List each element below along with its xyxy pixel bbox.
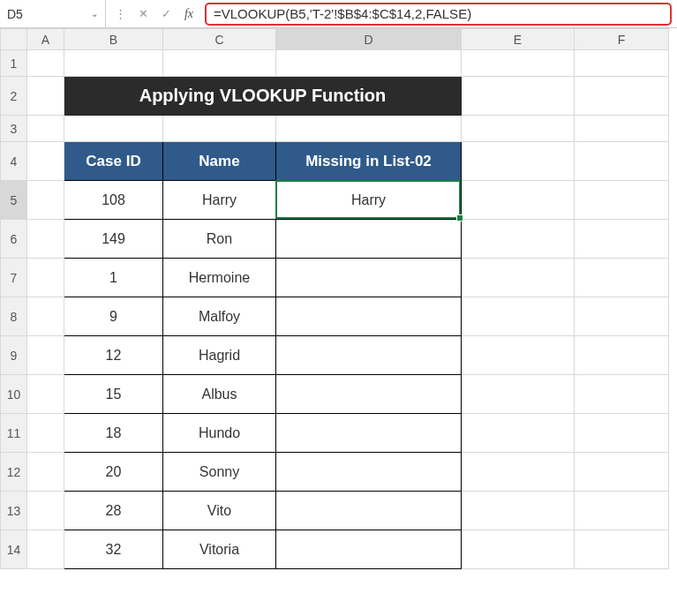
cell-name[interactable]: Vitoria: [163, 530, 276, 569]
cell-id[interactable]: 32: [64, 530, 163, 569]
cell[interactable]: [575, 220, 669, 259]
header-missing[interactable]: Missing in List-02: [276, 142, 462, 181]
cell-id[interactable]: 108: [64, 181, 163, 220]
cell[interactable]: [575, 142, 669, 181]
cell[interactable]: [27, 259, 64, 297]
cell[interactable]: [462, 336, 575, 375]
cell[interactable]: [64, 116, 163, 142]
row-header-4[interactable]: 4: [1, 142, 27, 181]
col-header-D[interactable]: D: [276, 29, 462, 50]
cell[interactable]: [575, 453, 669, 492]
cell-name[interactable]: Ron: [163, 220, 276, 259]
row-header-6[interactable]: 6: [1, 220, 27, 259]
cell-id[interactable]: 18: [64, 414, 163, 453]
cell[interactable]: [163, 50, 276, 77]
cell-id[interactable]: 1: [64, 259, 163, 297]
row-header-9[interactable]: 9: [1, 336, 27, 375]
cell-name[interactable]: Hundo: [163, 414, 276, 453]
cell[interactable]: [27, 116, 64, 142]
cell-id[interactable]: 12: [64, 336, 163, 375]
cell-missing[interactable]: [276, 492, 462, 530]
cell[interactable]: [276, 116, 462, 142]
fx-icon[interactable]: fx: [178, 4, 199, 25]
header-name[interactable]: Name: [163, 142, 276, 181]
row-header-13[interactable]: 13: [1, 492, 27, 530]
header-caseid[interactable]: Case ID: [64, 142, 163, 181]
cell[interactable]: [462, 375, 575, 414]
cell[interactable]: [575, 336, 669, 375]
cell[interactable]: [27, 453, 64, 492]
cell[interactable]: [575, 116, 669, 142]
cell-name[interactable]: Hermoine: [163, 259, 276, 297]
cell-name[interactable]: Malfoy: [163, 297, 276, 336]
cell-missing[interactable]: [276, 530, 462, 569]
cell[interactable]: [462, 297, 575, 336]
cell-name[interactable]: Albus: [163, 375, 276, 414]
cell[interactable]: [27, 220, 64, 259]
cell[interactable]: [462, 530, 575, 569]
cell[interactable]: [462, 50, 575, 77]
cell-missing[interactable]: [276, 414, 462, 453]
select-all-corner[interactable]: [1, 29, 27, 50]
cell[interactable]: [27, 414, 64, 453]
cell-missing[interactable]: [276, 297, 462, 336]
row-header-1[interactable]: 1: [1, 50, 27, 77]
cell[interactable]: [27, 375, 64, 414]
col-header-E[interactable]: E: [462, 29, 575, 50]
cell[interactable]: [462, 142, 575, 181]
cell-missing[interactable]: [276, 220, 462, 259]
cell[interactable]: [27, 336, 64, 375]
cell[interactable]: [27, 181, 64, 220]
cell[interactable]: [27, 297, 64, 336]
cell[interactable]: [462, 116, 575, 142]
cell[interactable]: [462, 259, 575, 297]
formula-input[interactable]: =VLOOKUP(B5,'T-2'!$B$4:$C$14,2,FALSE): [205, 3, 672, 26]
cell-name[interactable]: Hagrid: [163, 336, 276, 375]
cell[interactable]: [27, 77, 64, 116]
cell[interactable]: [462, 77, 575, 116]
cell[interactable]: [27, 492, 64, 530]
cell[interactable]: [575, 181, 669, 220]
cell-id[interactable]: 9: [64, 297, 163, 336]
row-header-2[interactable]: 2: [1, 77, 27, 116]
row-header-12[interactable]: 12: [1, 453, 27, 492]
row-header-14[interactable]: 14: [1, 530, 27, 569]
cell[interactable]: [575, 530, 669, 569]
cell[interactable]: [575, 50, 669, 77]
cell-missing[interactable]: [276, 375, 462, 414]
cell[interactable]: [462, 181, 575, 220]
cell[interactable]: [276, 50, 462, 77]
cell[interactable]: [462, 414, 575, 453]
cell[interactable]: [462, 492, 575, 530]
name-box[interactable]: D5 ⌄: [0, 0, 106, 27]
col-header-A[interactable]: A: [27, 29, 64, 50]
cell-id[interactable]: 15: [64, 375, 163, 414]
cell-name[interactable]: Vito: [163, 492, 276, 530]
cell[interactable]: [462, 453, 575, 492]
dropdown-icon[interactable]: ⋮: [109, 4, 131, 25]
cell-id[interactable]: 20: [64, 453, 163, 492]
cell[interactable]: [27, 50, 64, 77]
cell-id[interactable]: 28: [64, 492, 163, 530]
title-cell[interactable]: Applying VLOOKUP Function: [64, 77, 462, 116]
cell[interactable]: [575, 77, 669, 116]
cell[interactable]: [575, 492, 669, 530]
row-header-11[interactable]: 11: [1, 414, 27, 453]
cancel-icon[interactable]: ✕: [132, 4, 154, 25]
cell[interactable]: [163, 116, 276, 142]
row-header-7[interactable]: 7: [1, 259, 27, 297]
cell[interactable]: [462, 220, 575, 259]
cell-name[interactable]: Harry: [163, 181, 276, 220]
cell-id[interactable]: 149: [64, 220, 163, 259]
cell-missing[interactable]: Harry: [276, 181, 462, 220]
cell[interactable]: [575, 259, 669, 297]
cell[interactable]: [575, 414, 669, 453]
grid[interactable]: A B C D E F 1 2 Applying VLOOKUP Functio…: [0, 28, 669, 569]
row-header-3[interactable]: 3: [1, 116, 27, 142]
cell-missing[interactable]: [276, 259, 462, 297]
chevron-down-icon[interactable]: ⌄: [91, 9, 98, 19]
cell[interactable]: [27, 530, 64, 569]
cell[interactable]: [64, 50, 163, 77]
cell-missing[interactable]: [276, 453, 462, 492]
col-header-B[interactable]: B: [64, 29, 163, 50]
